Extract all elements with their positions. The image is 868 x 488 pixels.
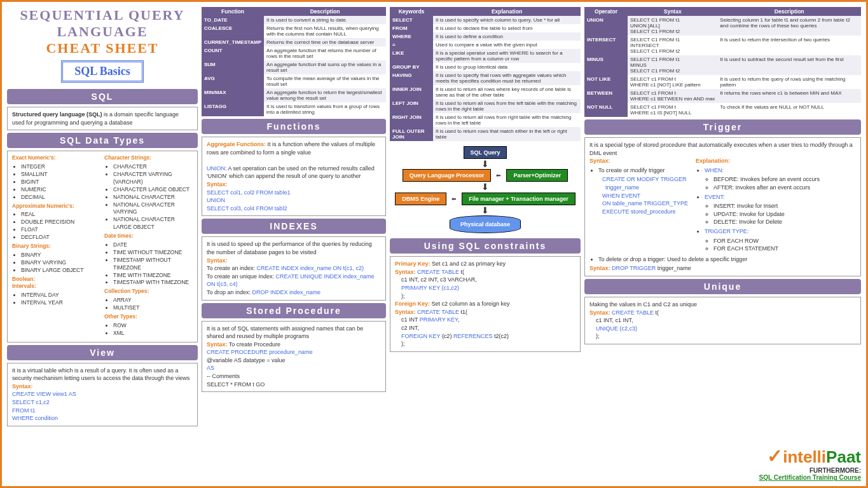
sp-body: It is a set of SQL statements with assig… <box>202 321 386 393</box>
unq-body: Making the values in C1 and C2 as unique… <box>584 297 861 344</box>
cons-body: Primary Key: Set c1 and c2 as primary ke… <box>390 256 581 352</box>
dt-head: SQL Data Types <box>7 133 198 148</box>
sql-head: SQL <box>7 89 198 104</box>
func-body: Aggregate Functions: It is a function wh… <box>202 137 386 216</box>
func-head: Functions <box>202 119 386 134</box>
op-table: OperatorSyntaxDescription UNIONSELECT C1… <box>584 7 861 117</box>
title-1: SEQUENTIAL QUERY <box>7 7 198 24</box>
unq-head: Unique <box>584 279 861 294</box>
trg-head: Trigger <box>584 119 861 135</box>
sp-head: Stored Procedure <box>202 303 386 318</box>
architecture-diagram: SQL Query ⬇ Query Language Processor⬅Par… <box>390 144 581 236</box>
title-2: LANGUAGE <box>7 24 198 40</box>
cert-link[interactable]: SQL Certification Training Course <box>759 474 861 481</box>
cons-head: Using SQL constraints <box>390 238 581 254</box>
view-head: View <box>7 345 198 360</box>
view-body: It is a virtual table which is a result … <box>7 363 198 426</box>
footer: ✓intelliPaat FURTHERMORE: SQL Certificat… <box>584 445 861 481</box>
idx-body: It is used to speed up the performance o… <box>202 236 386 300</box>
dt-body: Exact Numeric's:INTEGERSMALLINTBIGINTNUM… <box>7 151 198 342</box>
kw-table: KeywordsExplanation SELECTIt is used to … <box>390 7 581 141</box>
badge: SQL Basics <box>61 60 144 83</box>
idx-head: INDEXES <box>202 219 386 234</box>
title-3: CHEAT SHEET <box>7 40 198 57</box>
sql-body: Structured query language (SQL) Structur… <box>7 107 198 130</box>
trg-body: It is a special type of stored procedure… <box>584 137 861 276</box>
func-table: FunctionDescription TO_DATEIt is used to… <box>202 7 386 116</box>
